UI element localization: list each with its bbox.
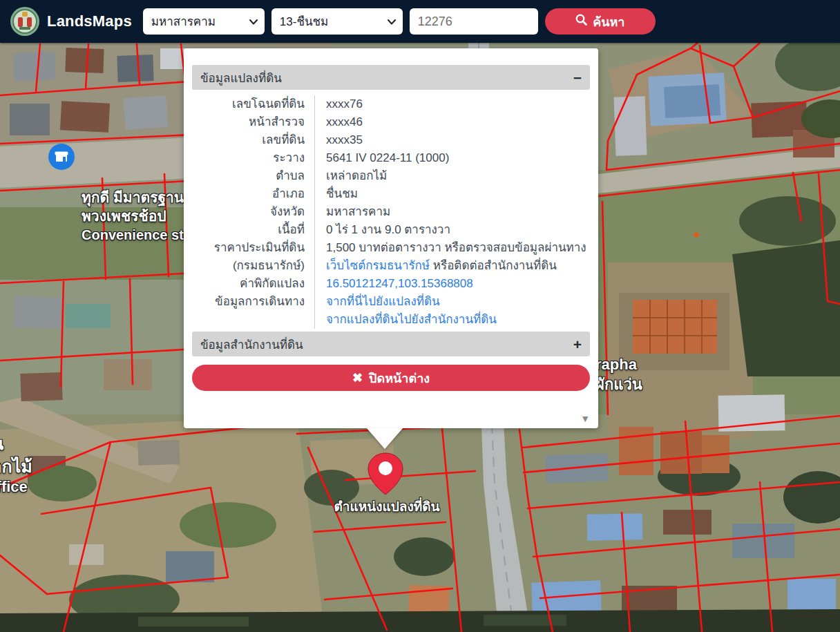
- coordinates-link[interactable]: 16.50121247,103.15368808: [326, 277, 473, 290]
- search-icon: [575, 14, 587, 29]
- detail-row-province: จังหวัดมหาสารคาม: [192, 203, 590, 221]
- province-select[interactable]: มหาสารคาม: [143, 8, 265, 35]
- temple-poi-label: rapha ผักแว่น: [595, 355, 642, 394]
- parcel-number-input[interactable]: [410, 8, 538, 35]
- office-section-title: ข้อมูลสำนักงานที่ดิน: [200, 335, 303, 354]
- panel-tail-pointer: [367, 428, 403, 449]
- store-poi-icon[interactable]: [48, 143, 75, 171]
- office-poi-label: กำนัน ล่าดอกไม้ ent office: [0, 432, 32, 497]
- parcel-section-title: ข้อมูลแปลงที่ดิน: [200, 68, 282, 87]
- detail-row-travel-1: ข้อมูลการเดินทาง จากที่นี่ไปยังแปลงที่ดิ…: [192, 293, 590, 311]
- parcel-info-panel: ข้อมูลแปลงที่ดิน − เลขโฉนดที่ดินxxxx76 ห…: [184, 48, 598, 428]
- detail-row-map-sheet: ระวาง5641 IV 0224-11 (1000): [192, 149, 590, 167]
- directions-to-office-link[interactable]: จากแปลงที่ดินไปยังสำนักงานที่ดิน: [326, 313, 497, 326]
- district-select[interactable]: 13-ชื่นชม: [271, 8, 403, 35]
- detail-row-price: ราคาประเมินที่ดิน (กรมธนารักษ์) 1,500 บา…: [192, 239, 590, 275]
- parcel-pin-marker[interactable]: [361, 452, 410, 496]
- detail-row-amphoe: อำเภอชื่นชม: [192, 185, 590, 203]
- lands-dept-logo: [10, 6, 40, 37]
- detail-row-survey: หน้าสำรวจxxxx46: [192, 113, 590, 131]
- parcel-details: เลขโฉนดที่ดินxxxx76 หน้าสำรวจxxxx46 เลขท…: [192, 95, 590, 329]
- detail-row-travel-2: จากแปลงที่ดินไปยังสำนักงานที่ดิน: [192, 311, 590, 329]
- detail-row-coordinates: ค่าพิกัดแปลง 16.50121247,103.15368808: [192, 275, 590, 293]
- directions-to-parcel-link[interactable]: จากที่นี่ไปยังแปลงที่ดิน: [326, 295, 440, 308]
- search-button-label: ค้นหา: [593, 12, 624, 32]
- collapse-icon[interactable]: −: [573, 70, 582, 85]
- parcel-section-header[interactable]: ข้อมูลแปลงที่ดิน −: [192, 65, 590, 90]
- app-title: LandsMaps: [47, 12, 132, 30]
- detail-row-tambon: ตำบลเหล่าดอกไม้: [192, 167, 590, 185]
- search-button[interactable]: ค้นหา: [545, 8, 656, 35]
- parcel-pin-label: ตำแหน่งแปลงที่ดิน: [314, 499, 459, 516]
- detail-row-parcel-no: เลขที่ดินxxxx35: [192, 131, 590, 149]
- detail-row-area: เนื้อที่0 ไร่ 1 งาน 9.0 ตารางวา: [192, 221, 590, 239]
- close-window-button[interactable]: ✖ ปิดหน้าต่าง: [192, 365, 590, 391]
- treasury-website-link[interactable]: เว็บไซต์กรมธนารักษ์: [326, 259, 430, 272]
- close-window-label: ปิดหน้าต่าง: [369, 368, 430, 388]
- detail-row-deed: เลขโฉนดที่ดินxxxx76: [192, 95, 590, 113]
- top-navbar: LandsMaps มหาสารคาม 13-ชื่นชม ค้นหา: [0, 0, 840, 43]
- province-select-wrap: มหาสารคาม: [143, 8, 265, 35]
- landsmaps-app: ทุกดี มีมาตรฐาน พวงเพชรช้อป Convenience …: [0, 0, 840, 632]
- district-select-wrap: 13-ชื่นชม: [271, 8, 403, 35]
- close-icon: ✖: [352, 370, 363, 385]
- scroll-down-icon[interactable]: ▼: [580, 413, 590, 424]
- office-section-header[interactable]: ข้อมูลสำนักงานที่ดิน +: [192, 332, 590, 356]
- expand-icon[interactable]: +: [573, 337, 582, 352]
